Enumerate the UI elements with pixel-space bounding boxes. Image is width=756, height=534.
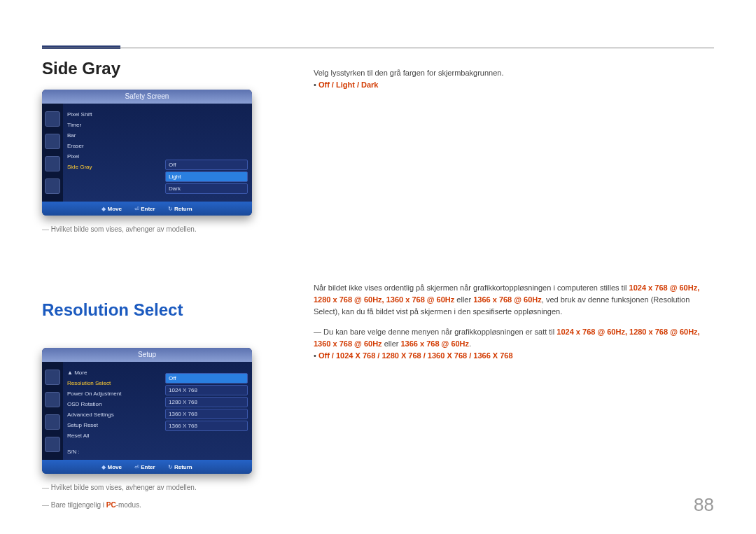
multi-icon	[45, 178, 60, 194]
osd-titlebar: Safety Screen	[42, 90, 252, 104]
osd-menu-item: Pixel Shift	[67, 109, 157, 120]
osd-menu-item: Advanced Settings	[67, 409, 157, 420]
osd-menu-item: Bar	[67, 130, 157, 141]
osd-footer: ◆ Move ⏎ Enter ↻ Return	[42, 460, 252, 474]
picture-icon	[45, 370, 60, 385]
note-model-dependent: Hvilket bilde som vises, avhenger av mod…	[42, 484, 308, 491]
osd-icon-rail	[42, 362, 63, 460]
osd-menu-item: Reset All	[67, 430, 157, 441]
osd-screenshot-setup: Setup ▲ More Resolution Select Power On …	[42, 348, 252, 474]
osd-hint-move: ◆ Move	[102, 464, 122, 470]
osd-icon-rail	[42, 104, 63, 202]
osd-value-item: Dark	[165, 183, 248, 194]
osd-hint-return: ↻ Return	[168, 464, 192, 470]
osd-value-list: Off Light Dark	[161, 104, 252, 202]
osd-value-item: Off	[165, 160, 248, 170]
section-resolution-select: Resolution Select Setup ▲ More Resolutio…	[42, 272, 714, 509]
osd-menu-item: Power On Adjustment	[67, 388, 157, 399]
osd-more-item: ▲ More	[67, 367, 157, 378]
resolution-select-options: • Off / 1024 X 768 / 1280 X 768 / 1360 X…	[314, 350, 714, 362]
sound-icon	[45, 392, 60, 407]
osd-value-item: 1024 X 768	[165, 385, 248, 395]
osd-titlebar: Setup	[42, 348, 252, 362]
note-model-dependent: Hvilket bilde som vises, avhenger av mod…	[42, 225, 308, 233]
osd-hint-enter: ⏎ Enter	[134, 464, 155, 470]
osd-footer: ◆ Move ⏎ Enter ↻ Return	[42, 202, 252, 216]
sound-icon	[45, 134, 60, 149]
osd-menu-item: Pixel	[67, 151, 157, 162]
setup-icon	[45, 414, 60, 430]
osd-menu-item: Setup Reset	[67, 420, 157, 430]
osd-value-item: 1366 X 768	[165, 421, 248, 431]
osd-menu-item-selected: Resolution Select	[67, 378, 157, 388]
heading-side-gray: Side Gray	[42, 59, 308, 78]
osd-value-list: Off 1024 X 768 1280 X 768 1360 X 768 136…	[161, 362, 252, 460]
page-number: 88	[694, 494, 714, 516]
osd-hint-enter: ⏎ Enter	[134, 206, 155, 212]
note-pc-only: Bare tilgjengelig i PC-modus.	[42, 501, 308, 509]
osd-sn-line: S/N :	[67, 447, 157, 457]
osd-value-item: 1280 X 768	[165, 397, 248, 407]
osd-menu-item-selected: Side Gray	[67, 162, 157, 172]
multi-icon	[45, 437, 60, 452]
picture-icon	[45, 111, 60, 127]
osd-menu-item: Eraser	[67, 141, 157, 151]
heading-resolution-select: Resolution Select	[42, 300, 308, 320]
section-side-gray: Side Gray Safety Screen Pixel Shift Time…	[42, 31, 714, 233]
resolution-select-description-2: ― Du kan bare velge denne menyen når gra…	[314, 326, 714, 350]
osd-value-item-selected: Off	[165, 373, 248, 384]
osd-value-item: 1360 X 768	[165, 409, 248, 419]
osd-menu-list: Pixel Shift Timer Bar Eraser Pixel Side …	[63, 104, 161, 202]
osd-hint-return: ↻ Return	[168, 206, 192, 212]
osd-menu-item: Timer	[67, 120, 157, 130]
osd-menu-item: OSD Rotation	[67, 399, 157, 409]
osd-value-item-selected: Light	[165, 171, 248, 182]
osd-menu-list: ▲ More Resolution Select Power On Adjust…	[63, 362, 161, 460]
osd-screenshot-safety-screen: Safety Screen Pixel Shift Timer Bar Eras…	[42, 90, 252, 216]
resolution-select-description-1: Når bildet ikke vises ordentlig på skjer…	[314, 282, 714, 318]
osd-hint-move: ◆ Move	[102, 206, 122, 212]
side-gray-options: • Off / Light / Dark	[314, 79, 714, 91]
side-gray-description: Velg lysstyrken til den grå fargen for s…	[314, 67, 714, 79]
setup-icon	[45, 156, 60, 171]
